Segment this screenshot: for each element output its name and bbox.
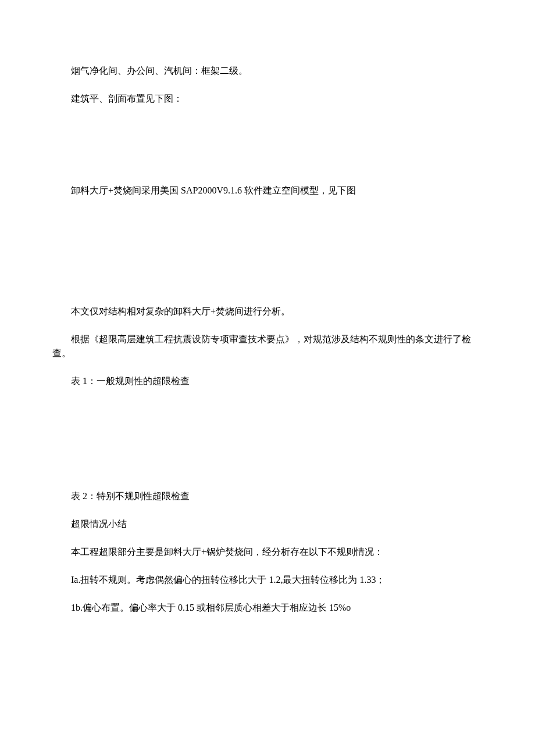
paragraph-analysis-scope: 本文仅对结构相对复杂的卸料大厅+焚烧间进行分析。 <box>52 304 483 318</box>
figure-placeholder-model <box>52 212 483 304</box>
table-1-caption: 表 1：一般规则性的超限检查 <box>52 374 483 388</box>
table-1-placeholder <box>52 402 483 489</box>
paragraph-layout-intro: 建筑平、剖面布置见下图： <box>52 92 483 106</box>
paragraph-summary-body: 本工程超限部分主要是卸料大厅+锅炉焚烧间，经分析存在以下不规则情况： <box>52 545 483 559</box>
paragraph-summary-heading: 超限情况小结 <box>52 517 483 531</box>
paragraph-item-1b: 1b.偏心布置。偏心率大于 0.15 或相邻层质心相差大于相应边长 15%o <box>52 601 483 615</box>
paragraph-code-check: 根据《超限高层建筑工程抗震设防专项审查技术要点》，对规范涉及结构不规则性的条文进… <box>52 332 483 360</box>
paragraph-item-ia: Ia.扭转不规则。考虑偶然偏心的扭转位移比大于 1.2,最大扭转位移比为 1.3… <box>52 573 483 587</box>
paragraph-sap2000-model: 卸料大厅+焚烧间采用美国 SAP2000V9.1.6 软件建立空间模型，见下图 <box>52 184 483 198</box>
table-2-caption: 表 2：特别不规则性超限检查 <box>52 489 483 503</box>
paragraph-frame-level: 烟气净化间、办公间、汽机间：框架二级。 <box>52 64 483 78</box>
figure-placeholder-layout <box>52 120 483 184</box>
